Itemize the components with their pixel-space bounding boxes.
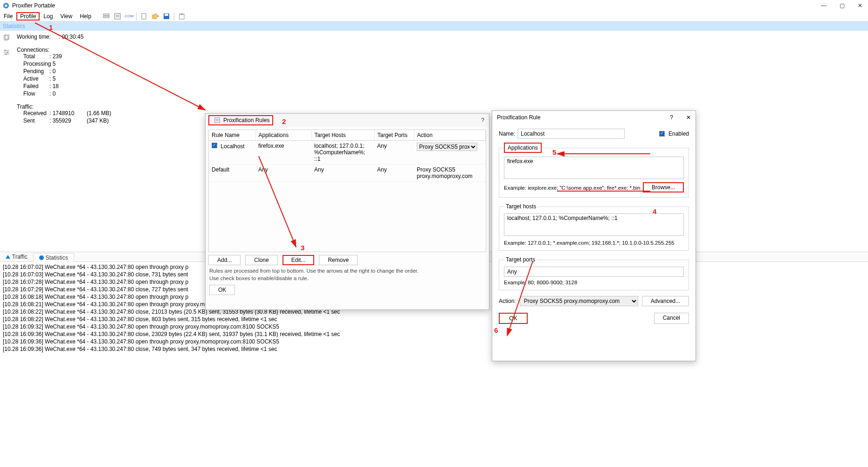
advanced-button[interactable]: Advanced... (642, 296, 689, 306)
svg-rect-11 (180, 14, 183, 15)
name-input[interactable] (517, 129, 625, 139)
copy-icon[interactable] (3, 34, 10, 42)
col-action[interactable]: Action (414, 130, 486, 141)
target-ports-example: Example: 80; 8000-9000; 3128 (504, 280, 684, 285)
annotation-2: 2 (282, 117, 286, 125)
pending-value: : 0 (49, 68, 87, 75)
tool-save-icon[interactable] (163, 13, 170, 20)
tool-server-icon[interactable] (103, 13, 110, 20)
enabled-checkbox[interactable] (659, 131, 665, 137)
col-rule-name[interactable]: Rule Name (209, 130, 255, 141)
flow-value: : 0 (49, 90, 87, 97)
annotation-1: 1 (49, 23, 53, 31)
failed-label: Failed (17, 83, 49, 89)
tool-dns-icon[interactable]: .COM (125, 13, 132, 20)
proxification-rules-dialog: Proxification Rules ? Rule Name Applicat… (205, 113, 489, 310)
annotation-3: 3 (301, 244, 304, 252)
applications-input[interactable] (504, 157, 684, 179)
rules-table: Rule Name Applications Target Hosts Targ… (208, 130, 486, 252)
clone-button[interactable]: Clone (245, 255, 277, 265)
statistics-icon (39, 255, 44, 260)
maximize-icon[interactable]: ▢ (840, 2, 845, 9)
menu-help[interactable]: Help (76, 12, 95, 21)
app-icon (3, 2, 9, 9)
proxification-rule-dialog: Proxification Rule ? ✕ Name: Enabled App… (492, 110, 696, 361)
minimize-icon[interactable]: ― (821, 2, 827, 9)
svg-rect-7 (142, 14, 146, 19)
tool-open-icon[interactable]: ▾ (152, 13, 159, 20)
log-line: [10.28 16:09:32] WeChat.exe *64 - 43.130… (3, 323, 865, 330)
statistics-panel: Working time:: 00:30:45 Connections: Tot… (13, 31, 115, 252)
toolbar-separator (136, 12, 137, 21)
log-line: [10.28 16:09:36] WeChat.exe *64 - 43.130… (3, 346, 865, 352)
target-ports-fieldset: Target ports Example: 80; 8000-9000; 312… (499, 256, 689, 290)
svg-rect-2 (103, 14, 109, 15)
tab-traffic[interactable]: Traffic (0, 253, 33, 261)
close-icon[interactable]: ✕ (858, 2, 862, 9)
col-applications[interactable]: Applications (255, 130, 311, 141)
svg-rect-4 (115, 14, 120, 19)
rules-ok-button[interactable]: OK (209, 285, 235, 295)
applications-example: Example: iexplore.exe; "C:\some app.exe"… (504, 185, 641, 191)
target-hosts-fieldset: Target hosts Example: 127.0.0.1; *.examp… (499, 203, 689, 251)
connections-label: Connections: (17, 47, 49, 53)
rule-dialog-title: Proxification Rule (492, 114, 540, 121)
remove-button[interactable]: Remove (319, 255, 358, 265)
tab-statistics-label: Statistics (46, 254, 68, 261)
help-icon[interactable]: ? (481, 117, 489, 124)
col-target-ports[interactable]: Target Ports (374, 130, 414, 141)
menu-view[interactable]: View (56, 12, 76, 21)
svg-point-17 (5, 50, 6, 51)
pending-label: Pending (17, 68, 49, 75)
action-label: Action: (499, 298, 516, 304)
rule-cancel-button[interactable]: Cancel (654, 313, 689, 324)
rule-close-icon[interactable]: ✕ (686, 114, 691, 121)
annotation-5: 5 (552, 148, 556, 156)
tool-clipboard-icon[interactable] (178, 13, 186, 20)
menu-profile[interactable]: Profile (16, 12, 40, 21)
svg-rect-20 (215, 118, 220, 123)
menu-file[interactable]: File (0, 12, 16, 21)
target-hosts-legend: Target hosts (504, 203, 538, 210)
sent-value: : 355929 (49, 117, 87, 124)
applications-fieldset: Applications Example: iexplore.exe; "C:\… (499, 143, 689, 198)
table-row[interactable]: Localhostfirefox.exelocalhost; 127.0.0.1… (209, 141, 486, 165)
menu-log[interactable]: Log (40, 12, 56, 21)
name-label: Name: (499, 130, 517, 137)
title-bar: Proxifier Portable ― ▢ ✕ (0, 0, 868, 11)
processing-value: : 5 (49, 61, 87, 67)
applications-legend: Applications (504, 143, 542, 153)
tab-traffic-label: Traffic (12, 254, 28, 260)
menu-bar: File Profile Log View Help .COM ▾ (0, 11, 868, 21)
rule-help-icon[interactable]: ? (670, 114, 673, 121)
browse-button[interactable]: Browse... (643, 182, 684, 192)
received-label: Received (17, 110, 49, 117)
working-time-value: : 00:30:45 (59, 34, 96, 40)
table-row[interactable]: DefaultAnyAnyAnyProxy SOCKS5 proxy.momop… (209, 165, 486, 182)
target-ports-legend: Target ports (504, 256, 537, 263)
rules-note-2: Use check boxes to enable/disable a rule… (209, 275, 485, 281)
statistics-header: Statistics (0, 21, 868, 31)
action-inline-select[interactable]: Proxy SOCKS5 proxy.mon (417, 143, 477, 151)
flow-label: Flow (17, 90, 49, 97)
tool-rules-icon[interactable] (114, 13, 121, 20)
add-button[interactable]: Add... (208, 255, 241, 265)
edit-button[interactable]: Edit... (282, 255, 315, 265)
failed-value: : 18 (49, 83, 87, 89)
rule-ok-button[interactable]: OK (499, 313, 528, 324)
log-line: [10.28 16:09:36] WeChat.exe *64 - 43.130… (3, 338, 865, 345)
target-hosts-input[interactable] (504, 213, 684, 236)
active-value: : 5 (49, 76, 87, 82)
target-ports-input[interactable] (504, 267, 684, 277)
tab-statistics[interactable]: Statistics (33, 253, 74, 262)
rule-checkbox[interactable] (212, 143, 217, 148)
svg-rect-3 (103, 16, 109, 18)
action-select[interactable]: Proxy SOCKS5 proxy.momoproxy.com (520, 296, 638, 306)
log-line: [10.28 16:08:22] WeChat.exe *64 - 43.130… (3, 316, 865, 323)
toolbar-separator-2 (174, 12, 174, 21)
traffic-label: Traffic: (17, 103, 34, 110)
total-value: : 239 (49, 53, 87, 60)
settings-lines-icon[interactable] (3, 49, 10, 57)
tool-new-icon[interactable] (140, 13, 148, 20)
col-target-hosts[interactable]: Target Hosts (311, 130, 374, 141)
